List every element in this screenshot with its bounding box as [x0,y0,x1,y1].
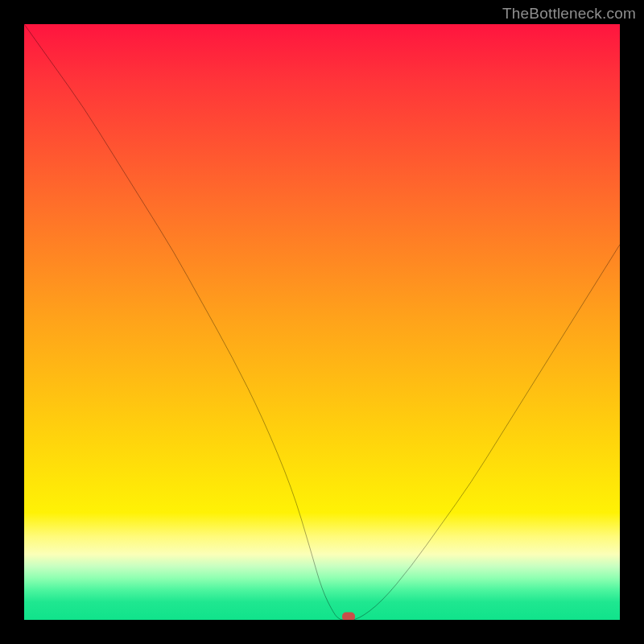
attribution-text: TheBottleneck.com [502,5,636,23]
bottleneck-curve-path [24,24,620,620]
plot-area [24,24,620,620]
curve-layer [24,24,620,620]
chart-stage: TheBottleneck.com [0,0,644,644]
optimal-point-marker [342,613,355,620]
